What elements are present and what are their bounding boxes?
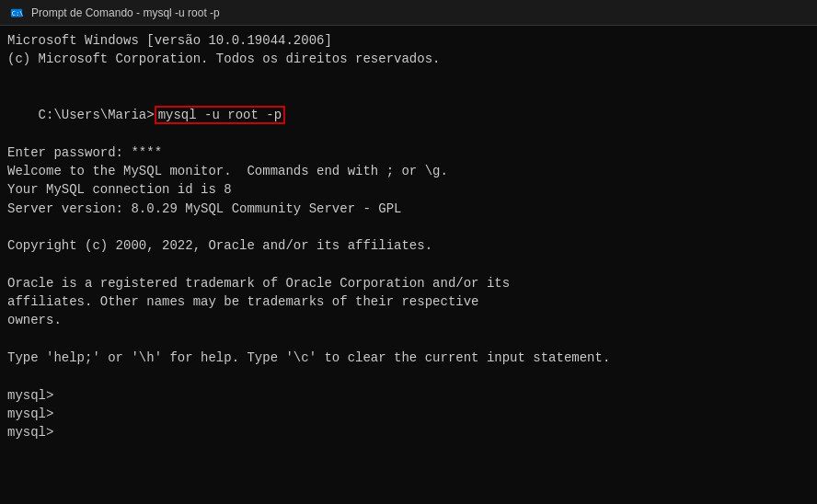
terminal-body: Microsoft Windows [versão 10.0.19044.200…: [0, 26, 817, 448]
title-bar: C:\ Prompt de Comando - mysql -u root -p: [0, 0, 817, 26]
line-empty5: [7, 367, 810, 385]
line-oracle1: Oracle is a registered trademark of Orac…: [7, 274, 810, 292]
line-empty3: [7, 256, 810, 274]
line-copyright: Copyright (c) 2000, 2022, Oracle and/or …: [7, 236, 810, 255]
line-mysql2: mysql>: [7, 405, 810, 423]
cmd-icon: C:\: [9, 6, 24, 20]
svg-text:C:\: C:\: [12, 9, 23, 17]
line-os: Microsoft Windows [versão 10.0.19044.200…: [7, 31, 810, 50]
prompt-prefix: C:\Users\Maria>: [39, 108, 155, 122]
line-oracle3: owners.: [7, 311, 810, 329]
line-oracle2: affiliates. Other names may be trademark…: [7, 292, 810, 311]
line-server: Server version: 8.0.29 MySQL Community S…: [7, 200, 810, 218]
title-bar-text: Prompt de Comando - mysql -u root -p: [31, 6, 220, 19]
command-text: mysql -u root -p: [155, 106, 285, 124]
line-empty4: [7, 330, 810, 349]
line-password: Enter password: ****: [7, 143, 810, 162]
line-empty2: [7, 218, 810, 236]
line-empty1: [7, 69, 810, 87]
line-prompt: C:\Users\Maria>mysql -u root -p: [7, 87, 810, 143]
line-connid: Your MySQL connection id is 8: [7, 180, 810, 199]
line-corp: (c) Microsoft Corporation. Todos os dire…: [7, 50, 810, 68]
line-mysql3: mysql>: [7, 423, 810, 441]
line-mysql1: mysql>: [7, 386, 810, 405]
line-welcome: Welcome to the MySQL monitor. Commands e…: [7, 162, 810, 180]
line-help: Type 'help;' or '\h' for help. Type '\c'…: [7, 349, 810, 367]
